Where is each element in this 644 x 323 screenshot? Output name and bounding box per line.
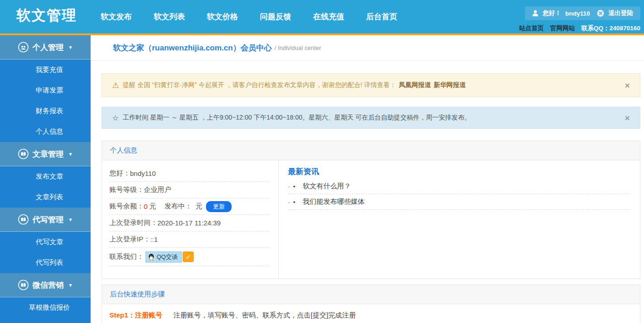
nav-item-publish[interactable]: 软文发布: [90, 11, 143, 22]
write-circle-icon: [18, 214, 29, 225]
sidebar-section-personal[interactable]: 个人管理 ▼: [0, 35, 91, 60]
dot-small-icon: ·: [288, 198, 290, 206]
sidebar-item-recharge[interactable]: 我要充值: [0, 60, 91, 80]
qq-penguin-icon: [148, 253, 155, 261]
publishing-label: 发布中：: [164, 202, 192, 211]
last-login-ip-value: ::1: [150, 235, 158, 243]
news-item-text: 软文有什么用？: [303, 182, 351, 191]
profile-panel-body: 您好： bndy110 账号等级： 企业用户 账号余额： 0 元 发布: [102, 160, 640, 279]
greeting-value: bndy110: [130, 170, 156, 177]
last-login-time-row: 上次登录时间： 2020-10-17 11:24:39: [109, 215, 269, 231]
qq-chat-button[interactable]: QQ交谈 ✓: [146, 252, 194, 263]
chevron-down-icon: ▼: [68, 283, 73, 288]
last-login-ip-label: 上次登录IP：: [109, 235, 150, 244]
steps-panel: 后台快速使用步骤 Step1：注册账号 注册账号，填写账号、密码、联系方式，点击…: [102, 285, 640, 323]
sidebar-section-ghostwrite[interactable]: 代写管理 ▼: [0, 208, 91, 232]
profile-panel-title: 个人信息: [110, 146, 137, 155]
top-links: 站点首页 官网网站 联系QQ：240870160: [519, 24, 640, 33]
nav-item-list[interactable]: 软文列表: [143, 11, 196, 22]
account-level-row: 账号等级： 企业用户: [109, 182, 269, 198]
news-item-text: 我们能发布哪些媒体: [303, 197, 364, 206]
news-column: 最新资讯 · ● 软文有什么用？ · ● 我们能发布哪些媒体: [279, 160, 640, 279]
contact-row: 联系我们：: [109, 248, 269, 266]
logout-icon: [597, 10, 604, 17]
user-box: 您好！ bndy110 退出登陆: [525, 6, 640, 20]
last-login-ip-row: 上次登录IP： ::1: [109, 231, 269, 248]
sidebar-item-publish-article[interactable]: 发布文章: [0, 166, 91, 187]
level-label: 账号等级：: [109, 186, 144, 194]
sidebar-section-label: 微信营销: [32, 280, 64, 290]
app-logo: 软文管理: [16, 6, 77, 25]
last-login-time-label: 上次登录时间：: [109, 219, 157, 227]
dot-small-icon: ·: [288, 182, 290, 190]
content-inner: ⚠ 提醒 全国 “扫黄打非·净网” 今起展开 ，请客户自行检查发布文章内容，谢谢…: [91, 60, 644, 323]
user-greeting: 您好！: [542, 9, 561, 17]
sidebar-section-articles[interactable]: 文章管理 ▼: [0, 142, 91, 166]
wechat-circle-icon: [18, 279, 29, 290]
profile-panel-header: 个人信息: [102, 141, 640, 160]
last-login-time-value: 2020-10-17 11:24:39: [157, 219, 221, 227]
phoenix-report-link[interactable]: 凤凰网报道: [399, 81, 431, 89]
nav-item-recharge[interactable]: 在线充值: [302, 11, 355, 22]
breadcrumb-subtitle: / Individual center: [275, 44, 321, 51]
steps-panel-title: 后台快速使用步骤: [110, 290, 165, 299]
breadcrumb-title: 软文之家（ruanwenzhijia.com.cn）会员中心: [113, 43, 272, 53]
chevron-down-icon: ▼: [68, 217, 73, 222]
top-right-area: 您好！ bndy110 退出登陆 站点首页 官网网站 联系QQ：24087016…: [519, 6, 640, 33]
step1-label: Step1：注册账号: [109, 311, 162, 320]
user-circle-icon: [18, 42, 29, 53]
sidebar-item-article-list[interactable]: 文章列表: [0, 187, 91, 208]
update-button[interactable]: 更新: [206, 201, 232, 212]
sidebar-item-wechat-price[interactable]: 草根微信报价: [0, 297, 91, 318]
steps-panel-body: Step1：注册账号 注册账号，填写账号、密码、联系方式，点击[提交]完成注册: [102, 304, 640, 323]
chevron-down-icon: ▼: [68, 45, 73, 50]
level-value: 企业用户: [144, 186, 171, 194]
close-icon[interactable]: ×: [625, 81, 630, 90]
close-icon[interactable]: ×: [625, 114, 630, 122]
sidebar-item-personal-info[interactable]: 个人信息: [0, 121, 91, 142]
nav-item-backend-home[interactable]: 后台首页: [355, 11, 408, 22]
profile-column: 您好： bndy110 账号等级： 企业用户 账号余额： 0 元 发布: [102, 160, 279, 279]
sidebar-item-ghostwrite-article[interactable]: 代写文章: [0, 232, 91, 252]
warning-alert: ⚠ 提醒 全国 “扫黄打非·净网” 今起展开 ，请客户自行检查发布文章内容，谢谢…: [102, 73, 640, 97]
chevron-down-icon: ▼: [68, 152, 73, 157]
news-item[interactable]: · ● 我们能发布哪些媒体: [288, 194, 630, 210]
official-site-link[interactable]: 官网网站: [550, 24, 575, 33]
greeting-row: 您好： bndy110: [109, 165, 269, 182]
breadcrumb: 软文之家（ruanwenzhijia.com.cn）会员中心 / Individ…: [91, 35, 644, 60]
warning-text: 提醒 全国 “扫黄打非·净网” 今起展开 ，请客户自行检查发布文章内容，谢谢您的…: [123, 81, 396, 89]
bullet-icon: ●: [293, 184, 295, 189]
sidebar-section-label: 代写管理: [32, 214, 64, 225]
qq-verified-badge: ✓: [183, 252, 194, 262]
info-alert: ☆ 工作时间 星期一 ～ 星期五 ，上午9:00~12:00 下午14:00~1…: [102, 107, 640, 129]
main-layout: 个人管理 ▼ 我要充值 申请发票 财务报表 个人信息 文章管理 ▼ 发布文章 文…: [0, 35, 644, 323]
sidebar-item-invoice[interactable]: 申请发票: [0, 80, 91, 101]
xinhua-report-link[interactable]: 新华网报道: [434, 81, 466, 89]
sidebar-section-label: 个人管理: [32, 42, 64, 53]
qq-chat-label: QQ交谈: [157, 253, 178, 261]
site-home-link[interactable]: 站点首页: [519, 24, 544, 33]
profile-panel: 个人信息 您好： bndy110 账号等级： 企业用户 账号余额：: [102, 141, 640, 279]
logout-button[interactable]: 退出登陆: [608, 9, 633, 17]
news-item[interactable]: · ● 软文有什么用？: [288, 179, 630, 194]
sidebar-item-ghostwrite-list[interactable]: 代写列表: [0, 252, 91, 273]
steps-panel-header: 后台快速使用步骤: [102, 285, 640, 304]
star-icon: ☆: [112, 114, 119, 122]
balance-row: 账号余额： 0 元 发布中： 元 更新: [109, 198, 269, 215]
check-icon: ✓: [185, 253, 191, 261]
book-circle-icon: [18, 148, 29, 159]
sidebar-section-label: 文章管理: [32, 149, 64, 159]
sidebar-item-finance-report[interactable]: 财务报表: [0, 101, 91, 121]
greeting-label: 您好：: [109, 169, 130, 178]
balance-unit: 元: [149, 202, 156, 211]
user-icon: [532, 10, 538, 16]
sidebar-section-wechat[interactable]: 微信营销 ▼: [0, 273, 91, 297]
nav-item-price[interactable]: 软文价格: [196, 11, 249, 22]
sidebar: 个人管理 ▼ 我要充值 申请发票 财务报表 个人信息 文章管理 ▼ 发布文章 文…: [0, 35, 91, 323]
top-bar: 软文管理 软文发布 软文列表 软文价格 问题反馈 在线充值 后台首页 您好！ b…: [0, 0, 644, 33]
username: bndy110: [565, 10, 590, 17]
balance-label: 账号余额：: [109, 202, 144, 211]
qq-chat-left: QQ交谈: [146, 252, 182, 263]
contact-label: 联系我们：: [109, 252, 144, 261]
nav-item-feedback[interactable]: 问题反馈: [249, 11, 302, 22]
